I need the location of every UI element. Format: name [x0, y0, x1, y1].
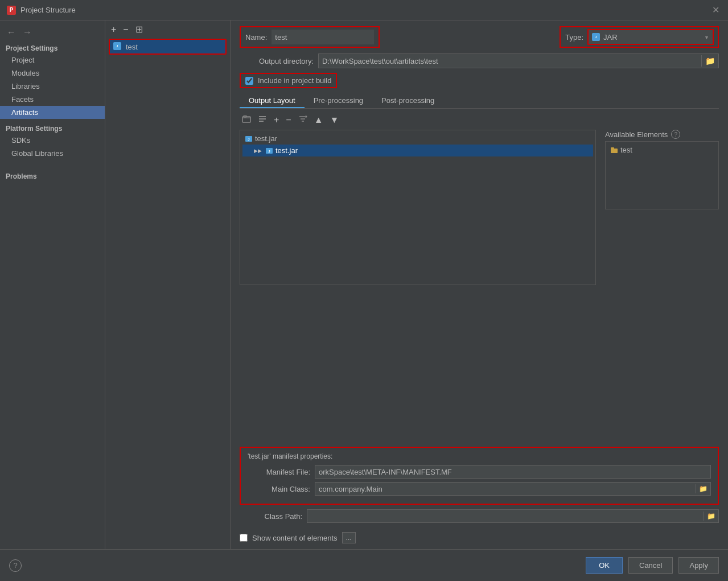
available-header: Available Elements ?	[605, 130, 719, 139]
name-input[interactable]	[272, 30, 374, 44]
output-tree-panel: J test.jar ▶ J	[240, 130, 596, 285]
cancel-button[interactable]: Cancel	[628, 557, 673, 574]
jar-tree-icon: J	[245, 135, 253, 143]
svg-text:J: J	[268, 150, 270, 153]
copy-artifact-button[interactable]: ⊞	[133, 24, 145, 35]
remove-artifact-button[interactable]: −	[121, 24, 130, 35]
expand-arrow-icon: ▶	[254, 148, 262, 154]
include-checkbox[interactable]	[245, 77, 253, 85]
ok-button[interactable]: OK	[586, 557, 623, 574]
apply-button[interactable]: Apply	[678, 557, 719, 574]
type-select[interactable]: J JAR	[588, 30, 713, 44]
main-class-input[interactable]	[315, 484, 696, 495]
jar-type-icon: J	[592, 33, 600, 41]
manifest-section: 'test.jar' manifest properties: Manifest…	[240, 447, 719, 505]
show-more-button[interactable]: ...	[342, 532, 356, 543]
output-dir-label: Output directory:	[240, 57, 314, 65]
available-help-icon[interactable]: ?	[671, 130, 680, 139]
problems-label: Problems	[0, 169, 105, 182]
class-path-input-wrapper: 📁	[307, 509, 719, 523]
sidebar-item-sdks[interactable]: SDKs	[0, 134, 105, 147]
class-path-row: Class Path: 📁	[240, 509, 719, 523]
output-dir-browse-button[interactable]: 📁	[701, 55, 718, 67]
window-title: Project Structure	[20, 6, 76, 14]
name-label: Name:	[245, 33, 267, 42]
output-dir-row: Output directory: 📁	[240, 53, 719, 68]
layout-content: J test.jar ▶ J	[240, 130, 719, 285]
forward-button[interactable]: →	[20, 26, 34, 39]
app-icon: P	[7, 6, 16, 15]
manifest-file-label: Manifest File:	[248, 468, 310, 476]
svg-rect-15	[611, 147, 614, 149]
svg-rect-7	[259, 116, 266, 117]
svg-text:J: J	[117, 44, 118, 48]
tab-output-layout[interactable]: Output Layout	[240, 94, 305, 108]
sidebar-item-libraries[interactable]: Libraries	[0, 80, 105, 93]
layout-toolbar: + − ▲ ▼	[240, 113, 719, 126]
output-dir-input[interactable]	[319, 55, 701, 67]
sidebar-item-artifacts[interactable]: Artifacts	[0, 106, 105, 119]
layout-up-btn[interactable]: ▲	[312, 114, 326, 126]
show-content-row: Show content of elements ...	[240, 532, 719, 543]
class-path-browse-button[interactable]: 📁	[704, 512, 718, 521]
title-bar: P Project Structure ✕	[0, 0, 728, 20]
tab-pre-processing[interactable]: Pre-processing	[305, 94, 372, 108]
layout-bars-btn[interactable]	[256, 113, 269, 126]
tree-item-test-jar-root-label: test.jar	[255, 134, 277, 143]
tab-post-processing[interactable]: Post-processing	[372, 94, 443, 108]
available-item-test-label: test	[620, 146, 632, 154]
output-dir-input-wrapper: 📁	[318, 53, 719, 68]
available-panel: Available Elements ?	[605, 130, 719, 285]
help-button[interactable]: ?	[9, 559, 22, 572]
show-content-checkbox[interactable]	[240, 534, 248, 542]
layout-add-btn[interactable]: +	[272, 114, 281, 126]
project-settings-label: Project Settings	[0, 41, 105, 53]
main-class-row: Main Class: 📁	[248, 482, 711, 496]
content-area: ← → Project Settings Project Modules Lib…	[0, 20, 728, 549]
svg-rect-14	[611, 149, 618, 153]
config-panel: Name: Type: J	[231, 20, 728, 549]
sidebar-item-project[interactable]: Project	[0, 53, 105, 67]
bottom-bar: ? OK Cancel Apply	[0, 549, 728, 581]
class-path-label: Class Path:	[240, 512, 302, 521]
layout-down-btn[interactable]: ▼	[328, 114, 342, 126]
available-tree: test	[605, 141, 719, 209]
layout-remove-btn[interactable]: −	[283, 114, 293, 126]
title-bar-left: P Project Structure	[7, 6, 76, 15]
type-value: JAR	[603, 33, 704, 42]
svg-rect-8	[259, 118, 266, 120]
sidebar-nav: ← →	[0, 26, 105, 39]
type-chevron-icon	[704, 34, 709, 40]
jar-icon: J	[113, 42, 122, 51]
manifest-title: 'test.jar' manifest properties:	[248, 452, 711, 460]
sidebar-item-facets[interactable]: Facets	[0, 93, 105, 106]
type-label: Type:	[565, 33, 583, 42]
class-path-input[interactable]	[307, 511, 704, 522]
folder-icon	[610, 146, 618, 154]
jar-nested-icon: J	[265, 147, 273, 155]
include-checkbox-row: Include in project build	[240, 73, 337, 88]
type-section: Type: J JAR	[560, 26, 719, 48]
svg-rect-9	[259, 121, 264, 122]
name-highlight-box: Name:	[240, 26, 380, 48]
close-button[interactable]: ✕	[712, 6, 721, 15]
artifact-toolbar: + − ⊞	[109, 24, 227, 35]
available-item-test[interactable]: test	[608, 144, 716, 156]
main-panel: + − ⊞ J test	[105, 20, 728, 549]
artifact-name: test	[126, 43, 138, 51]
sidebar-item-global-libraries[interactable]: Global Libraries	[0, 147, 105, 160]
tabs-row: Output Layout Pre-processing Post-proces…	[240, 94, 719, 109]
tree-item-test-jar-nested[interactable]: ▶ J test.jar	[242, 145, 593, 156]
layout-sort-btn[interactable]	[296, 113, 310, 126]
artifact-item-test[interactable]: J test	[109, 39, 227, 55]
sidebar-item-modules[interactable]: Modules	[0, 67, 105, 80]
manifest-file-input[interactable]	[315, 465, 711, 479]
back-button[interactable]: ←	[5, 26, 18, 39]
add-artifact-button[interactable]: +	[109, 24, 118, 35]
tree-item-test-jar-root[interactable]: J test.jar	[242, 133, 593, 145]
main-class-browse-button[interactable]: 📁	[696, 484, 710, 493]
project-structure-dialog: P Project Structure ✕ ← → Project Settin…	[0, 0, 728, 581]
layout-folder-btn[interactable]	[240, 113, 253, 126]
svg-text:J: J	[248, 138, 249, 141]
available-elements-label: Available Elements	[605, 130, 668, 139]
